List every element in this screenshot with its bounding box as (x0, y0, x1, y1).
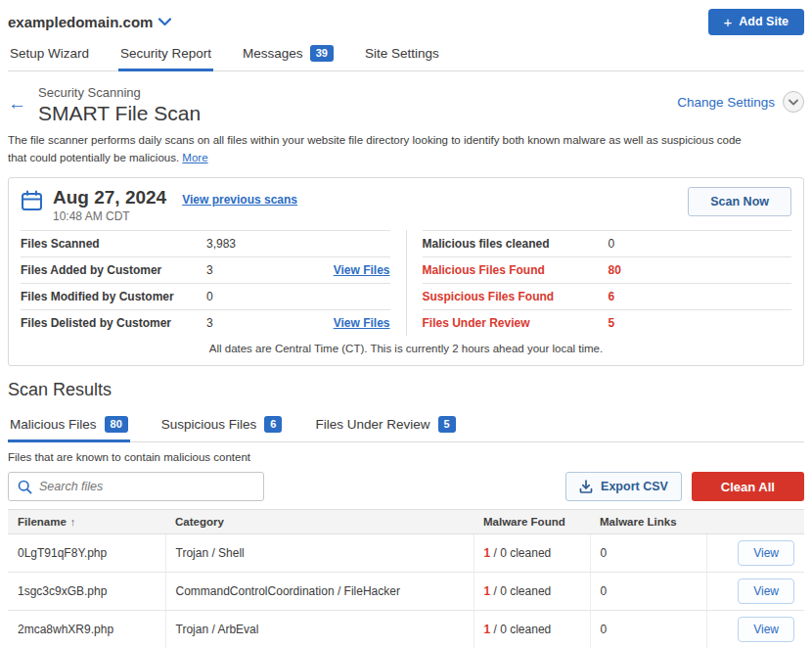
under-review-count-badge: 5 (438, 416, 456, 433)
view-previous-scans-link[interactable]: View previous scans (182, 193, 297, 207)
tab-security-report[interactable]: Security Report (118, 39, 213, 70)
stat-value: 80 (609, 263, 621, 277)
scan-date: Aug 27, 2024 (53, 187, 166, 208)
change-settings-expand-button[interactable] (783, 91, 804, 113)
search-icon (18, 480, 32, 494)
malware-count: 1 (484, 584, 491, 598)
tab-messages[interactable]: Messages 39 (241, 39, 336, 70)
more-link[interactable]: More (182, 152, 207, 163)
scan-summary-card: Aug 27, 2024 10:48 AM CDT View previous … (8, 177, 804, 366)
stat-label: Suspicious Files Found (423, 290, 609, 303)
column-header-category: Category (165, 510, 474, 534)
results-toolbar: Export CSV Clean All (8, 472, 804, 501)
plus-icon: + (724, 15, 733, 29)
view-button[interactable]: View (738, 617, 794, 642)
clean-all-button[interactable]: Clean All (692, 472, 804, 501)
chevron-down-icon (158, 18, 171, 26)
search-box (8, 472, 264, 501)
stat-malicious-cleaned: Malicious files cleaned 0 (423, 230, 792, 256)
add-site-button[interactable]: + Add Site (708, 9, 804, 35)
suspicious-count-badge: 6 (264, 416, 282, 433)
scan-stats-left: Files Scanned 3,983 Files Added by Custo… (21, 230, 390, 336)
cell-filename: 2mca8whXR9.php (8, 611, 165, 648)
add-site-label: Add Site (739, 15, 789, 28)
stat-files-added: Files Added by Customer 3 View Files (21, 256, 390, 283)
stat-under-review: Files Under Review 5 (423, 309, 792, 336)
main-nav: Setup Wizard Security Report Messages 39… (8, 39, 804, 71)
stat-label: Files Modified by Customer (21, 290, 206, 303)
table-row: 0LgT91qF8Y.php Trojan / Shell 1 / 0 clea… (8, 534, 804, 573)
tab-label: Setup Wizard (10, 46, 89, 61)
cleaned-count: / 0 cleaned (494, 584, 552, 598)
column-label: Malware Links (600, 516, 677, 528)
results-subtitle: Files that are known to contain maliciou… (8, 451, 804, 463)
cleaned-count: / 0 cleaned (494, 623, 552, 636)
stat-value: 3 (206, 263, 213, 277)
domain-selector[interactable]: exampledomain.com (8, 14, 171, 30)
column-header-malware-links: Malware Links (590, 510, 706, 534)
tab-label: Malicious Files (10, 417, 97, 432)
cell-actions: View (706, 611, 804, 648)
stat-malicious-found: Malicious Files Found 80 (423, 256, 792, 283)
stat-label: Malicious Files Found (423, 263, 609, 277)
page-title: SMART File Scan (38, 102, 201, 125)
search-input[interactable] (39, 480, 254, 493)
cell-category: Trojan / Shell (165, 534, 474, 573)
stat-value: 3,983 (206, 237, 236, 251)
view-files-link[interactable]: View Files (334, 263, 390, 277)
timezone-note: All dates are Central Time (CT). This is… (9, 336, 803, 365)
tab-label: Messages (243, 46, 303, 61)
page-header: ← Security Scanning SMART File Scan Chan… (8, 85, 804, 125)
cell-malware-links: 0 (590, 611, 706, 648)
column-label: Category (175, 516, 224, 528)
table-row: 2mca8whXR9.php Trojan / ArbEval 1 / 0 cl… (8, 611, 804, 648)
column-header-filename[interactable]: Filename↑ (8, 510, 165, 534)
stat-label: Malicious files cleaned (423, 237, 609, 251)
malware-count: 1 (484, 623, 491, 636)
chevron-down-icon (789, 99, 798, 106)
scanner-description-text: The file scanner performs daily scans on… (8, 134, 742, 163)
table-row: 1sgc3c9xGB.php CommandControlCoordinatio… (8, 573, 804, 611)
change-settings-link[interactable]: Change Settings (677, 95, 775, 110)
tab-label: Suspicious Files (161, 417, 257, 432)
scan-now-button[interactable]: Scan Now (688, 187, 791, 216)
view-files-link[interactable]: View Files (334, 316, 390, 330)
cell-category: Trojan / ArbEval (165, 611, 474, 648)
stat-files-delisted: Files Delisted by Customer 3 View Files (21, 309, 390, 336)
sort-asc-icon: ↑ (70, 516, 76, 528)
download-icon (579, 480, 593, 493)
cell-filename: 1sgc3c9xGB.php (8, 573, 165, 611)
cell-malware-found: 1 / 0 cleaned (474, 611, 590, 648)
export-csv-button[interactable]: Export CSV (565, 472, 682, 501)
stat-value: 0 (609, 237, 615, 251)
back-arrow-icon[interactable]: ← (8, 93, 26, 125)
tab-site-settings[interactable]: Site Settings (363, 39, 441, 70)
page: exampledomain.com + Add Site Setup Wizar… (0, 0, 812, 648)
view-button[interactable]: View (738, 540, 794, 566)
column-header-actions (706, 510, 804, 534)
tab-files-under-review[interactable]: Files Under Review 5 (313, 408, 457, 441)
scanner-description: The file scanner performs daily scans on… (8, 132, 763, 167)
stat-label: Files Delisted by Customer (21, 316, 206, 330)
change-settings: Change Settings (677, 91, 804, 113)
stat-value: 6 (609, 290, 615, 303)
column-label: Malware Found (483, 516, 565, 528)
column-header-malware-found: Malware Found (474, 510, 590, 534)
malicious-count-badge: 80 (105, 416, 128, 433)
cleaned-count: / 0 cleaned (494, 546, 552, 560)
view-button[interactable]: View (738, 579, 794, 604)
cell-malware-found: 1 / 0 cleaned (474, 573, 590, 611)
stat-value: 0 (206, 290, 213, 303)
malicious-files-table: Filename↑ Category Malware Found Malware… (8, 509, 804, 648)
tab-label: Site Settings (365, 46, 439, 61)
tab-label: Files Under Review (315, 417, 429, 432)
tab-malicious-files[interactable]: Malicious Files 80 (8, 408, 130, 441)
tab-suspicious-files[interactable]: Suspicious Files 6 (159, 408, 285, 441)
stat-value: 5 (609, 316, 615, 330)
results-tabs: Malicious Files 80 Suspicious Files 6 Fi… (8, 408, 804, 442)
tab-setup-wizard[interactable]: Setup Wizard (8, 39, 91, 70)
stat-files-scanned: Files Scanned 3,983 (21, 230, 390, 256)
domain-name: exampledomain.com (8, 14, 153, 30)
stat-suspicious-found: Suspicious Files Found 6 (423, 283, 792, 309)
scan-results-title: Scan Results (8, 380, 804, 400)
